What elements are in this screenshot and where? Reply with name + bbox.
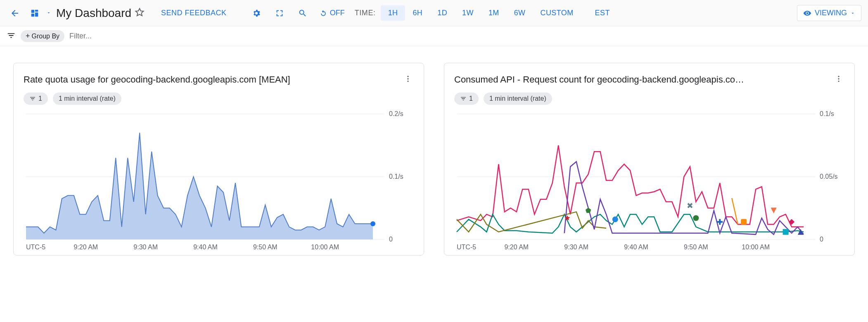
back-arrow-icon[interactable] [7, 5, 23, 21]
card-menu-icon[interactable] [833, 73, 844, 86]
fullscreen-icon[interactable] [273, 7, 286, 20]
time-label: TIME: [355, 9, 376, 17]
viewing-mode-label: VIEWING [815, 9, 847, 17]
time-btn-1w[interactable]: 1W [455, 5, 481, 21]
chart-plot-area[interactable]: 00.1/s0.2/sUTC-59:20 AM9:30 AM9:40 AM9:5… [24, 111, 414, 252]
svg-text:9:50 AM: 9:50 AM [253, 244, 277, 251]
chart-card-rate-quota: Rate quota usage for geocoding-backend.g… [13, 63, 424, 256]
settings-gear-icon[interactable] [250, 7, 263, 20]
svg-point-25 [612, 216, 618, 222]
viewing-mode-button[interactable]: VIEWING [797, 5, 861, 21]
svg-text:9:40 AM: 9:40 AM [624, 244, 648, 251]
time-btn-6w[interactable]: 6W [507, 5, 533, 21]
svg-text:10:00 AM: 10:00 AM [742, 244, 770, 251]
svg-text:9:40 AM: 9:40 AM [193, 244, 218, 251]
svg-point-1 [407, 78, 408, 79]
svg-point-9 [370, 221, 375, 226]
svg-text:UTC-5: UTC-5 [457, 244, 476, 251]
page-title: My Dashboard [56, 7, 131, 20]
chart-card-consumed-api: Consumed API - Request count for geocodi… [444, 63, 855, 256]
svg-rect-27 [741, 219, 747, 225]
time-btn-6h[interactable]: 6H [405, 5, 430, 21]
svg-rect-28 [783, 229, 789, 235]
favorite-star-icon[interactable] [135, 7, 145, 19]
filter-count-value: 1 [38, 95, 42, 102]
svg-text:0: 0 [389, 236, 393, 243]
filter-row: + Group By [0, 26, 868, 46]
dashboard-layout-icon[interactable] [26, 5, 43, 21]
filter-input[interactable] [69, 32, 861, 40]
interval-chip[interactable]: 1 min interval (rate) [484, 92, 552, 105]
svg-text:UTC-5: UTC-5 [26, 244, 45, 251]
header-bar: My Dashboard SEND FEEDBACK OFF TIME: 1H … [0, 0, 868, 26]
filter-count-chip[interactable]: 1 [24, 92, 48, 105]
svg-point-0 [407, 76, 408, 77]
svg-point-16 [838, 76, 839, 77]
svg-text:0.2/s: 0.2/s [389, 110, 403, 117]
svg-point-26 [693, 215, 699, 221]
svg-text:0.05/s: 0.05/s [820, 173, 838, 180]
chart-grid: Rate quota usage for geocoding-backend.g… [0, 46, 868, 272]
svg-point-17 [838, 78, 839, 79]
group-by-chip[interactable]: + Group By [21, 30, 64, 42]
time-btn-custom[interactable]: CUSTOM [533, 5, 581, 21]
group-by-label: Group By [32, 33, 60, 40]
time-btn-1h[interactable]: 1H [381, 5, 406, 21]
auto-refresh-toggle[interactable]: OFF [319, 9, 345, 17]
svg-text:9:20 AM: 9:20 AM [74, 244, 98, 251]
svg-text:9:30 AM: 9:30 AM [564, 244, 588, 251]
svg-point-2 [407, 80, 408, 82]
svg-text:9:30 AM: 9:30 AM [133, 244, 158, 251]
time-range-group: TIME: 1H 6H 1D 1W 1M 6W CUSTOM EST [355, 5, 617, 21]
svg-text:0.1/s: 0.1/s [820, 110, 834, 117]
interval-label: 1 min interval (rate) [59, 95, 116, 102]
time-btn-1d[interactable]: 1D [430, 5, 455, 21]
card-menu-icon[interactable] [402, 73, 414, 86]
svg-point-18 [838, 80, 839, 82]
auto-refresh-label: OFF [330, 9, 345, 17]
zoom-reset-icon[interactable] [296, 7, 309, 20]
filter-count-chip[interactable]: 1 [454, 92, 479, 105]
filter-list-icon[interactable] [7, 31, 16, 41]
chart-title: Consumed API - Request count for geocodi… [454, 74, 830, 85]
chart-title: Rate quota usage for geocoding-backend.g… [24, 74, 399, 85]
interval-chip[interactable]: 1 min interval (rate) [53, 92, 121, 105]
svg-text:9:20 AM: 9:20 AM [504, 244, 529, 251]
svg-text:10:00 AM: 10:00 AM [311, 244, 339, 251]
dashboard-dropdown-caret-icon[interactable] [46, 10, 51, 17]
svg-text:9:50 AM: 9:50 AM [684, 244, 708, 251]
timezone-btn[interactable]: EST [588, 5, 617, 21]
send-feedback-link[interactable]: SEND FEEDBACK [161, 9, 227, 17]
svg-text:0: 0 [820, 236, 823, 243]
svg-text:0.1/s: 0.1/s [389, 173, 403, 180]
chart-plot-area[interactable]: 00.05/s0.1/sUTC-59:20 AM9:30 AM9:40 AM9:… [454, 111, 844, 252]
filter-count-value: 1 [469, 95, 473, 102]
interval-label: 1 min interval (rate) [489, 95, 546, 102]
time-btn-1m[interactable]: 1M [481, 5, 507, 21]
